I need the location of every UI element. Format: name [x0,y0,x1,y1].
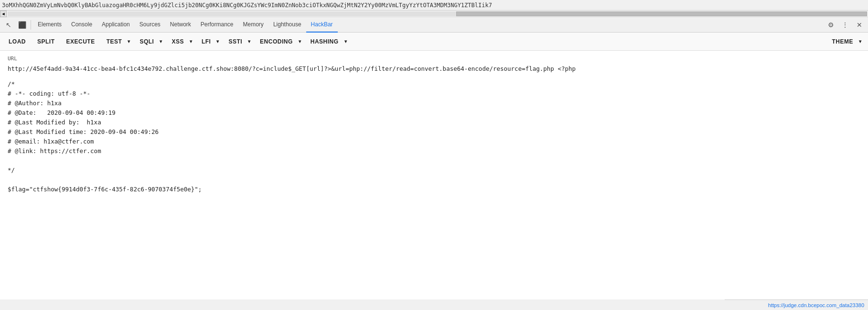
sqli-dropdown-arrow[interactable]: ▾ [157,37,165,46]
hashing-button[interactable]: HASHING [306,36,342,47]
theme-dropdown-arrow[interactable]: ▾ [856,37,864,46]
lfi-button[interactable]: LFI [197,36,214,47]
ssti-dropdown-arrow[interactable]: ▾ [245,37,253,46]
xss-dropdown: XSS ▾ [167,36,195,47]
tab-console[interactable]: Console [66,17,97,33]
lfi-dropdown: LFI ▾ [197,36,222,47]
devtools-tab-bar: ↖ ⬛ Elements Console Application Sources… [0,17,868,33]
sqli-dropdown: SQLI ▾ [135,36,165,47]
hashing-dropdown: HASHING ▾ [306,36,350,47]
url-value: http://45ef4add-9a34-41cc-bea4-bfc1c434e… [8,64,860,74]
tab-hackbar[interactable]: HackBar [306,17,338,33]
hashing-dropdown-arrow[interactable]: ▾ [342,37,350,46]
tab-elements[interactable]: Elements [33,17,66,33]
main-content: URL http://45ef4add-9a34-41cc-bea4-bfc1c… [0,51,868,299]
test-dropdown: TEST ▾ [102,36,133,47]
lfi-dropdown-arrow[interactable]: ▾ [214,37,222,46]
more-icon[interactable]: ⋮ [838,18,852,32]
ssti-dropdown: SSTI ▾ [224,36,253,47]
theme-dropdown: THEME ▾ [827,36,865,47]
load-button[interactable]: LOAD [4,36,31,47]
scrollbar-left-arrow[interactable]: ◄ [0,11,7,17]
encoded-text: 3oMXhhQGN0ZmVyLmNvbQ0KlyBAbGluazogaHR0cH… [2,2,492,9]
close-icon[interactable]: ✕ [853,18,866,32]
tab-separator [31,20,31,30]
encoding-dropdown-arrow[interactable]: ▾ [296,37,304,46]
execute-button[interactable]: EXECUTE [62,36,100,47]
tab-lighthouse[interactable]: Lighthouse [268,17,306,33]
test-dropdown-arrow[interactable]: ▾ [125,37,133,46]
xss-dropdown-arrow[interactable]: ▾ [187,37,195,46]
horizontal-scrollbar[interactable]: ◄ [0,11,868,17]
tab-memory[interactable]: Memory [238,17,268,33]
xss-button[interactable]: XSS [167,36,187,47]
status-url: https://judge.cdn.bcepoc.com_data23380 [768,302,864,308]
split-button[interactable]: SPLIT [32,36,60,47]
tab-network[interactable]: Network [165,17,196,33]
theme-button[interactable]: THEME [827,36,857,47]
url-label: URL [8,55,860,63]
encoded-text-bar: 3oMXhhQGN0ZmVyLmNvbQ0KlyBAbGluazogaHR0cH… [0,0,868,11]
encoding-button[interactable]: ENCODING [255,36,296,47]
code-content: /* # -*- coding: utf-8 -*- # @Author: h1… [8,79,860,194]
tab-application[interactable]: Application [97,17,135,33]
device-icon[interactable]: ⬛ [15,18,29,32]
status-bar: https://judge.cdn.bcepoc.com_data23380 [725,299,868,310]
tab-sources[interactable]: Sources [135,17,165,33]
scrollbar-track[interactable] [8,11,867,16]
devtools-right-icons: ⚙ ⋮ ✕ [824,18,866,32]
hackbar-toolbar: LOAD SPLIT EXECUTE TEST ▾ SQLI ▾ XSS ▾ L… [0,33,868,51]
cursor-icon[interactable]: ↖ [2,18,15,32]
tab-performance[interactable]: Performance [196,17,238,33]
sqli-button[interactable]: SQLI [135,36,157,47]
ssti-button[interactable]: SSTI [224,36,245,47]
test-button[interactable]: TEST [102,36,125,47]
scrollbar-thumb[interactable] [456,11,867,16]
settings-icon[interactable]: ⚙ [824,18,837,32]
encoding-dropdown: ENCODING ▾ [255,36,304,47]
